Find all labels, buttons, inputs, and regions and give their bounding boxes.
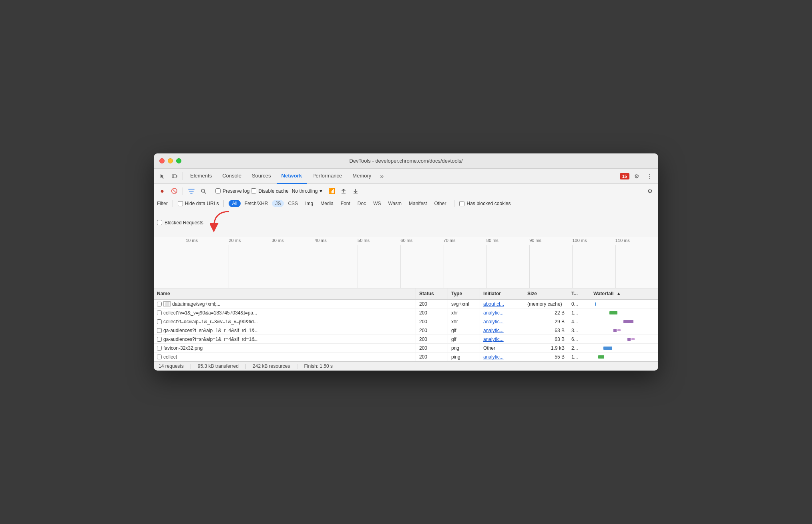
row-5-time: 2... [568,344,590,352]
row-3-checkbox[interactable] [157,328,162,333]
svg-rect-0 [172,175,176,178]
close-button[interactable] [159,158,165,163]
maximize-button[interactable] [176,158,181,163]
tab-sources[interactable]: Sources [247,169,276,184]
table-row[interactable]: ⬜ data:image/svg+xml;... 200 svg+xml abo… [154,300,658,308]
timeline-label-60ms: 60 ms [400,238,443,243]
row-0-initiator: about:cl... [480,300,524,308]
filter-ws[interactable]: WS [370,200,384,207]
filter-other[interactable]: Other [431,200,449,207]
filter-manifest[interactable]: Manifest [406,200,430,207]
row-1-type: xhr [448,308,480,317]
hide-data-urls-checkbox[interactable] [178,201,183,206]
filter-icon[interactable] [186,186,197,196]
row-2-checkbox[interactable] [157,319,162,324]
clear-btn[interactable]: 🚫 [169,186,179,196]
table-row[interactable]: collect?t=dc&aip=1&_r=3&v=1&_v=j90&tid..… [154,317,658,326]
device-toggle-icon[interactable] [169,171,180,182]
row-2-type: xhr [448,317,480,326]
tab-elements[interactable]: Elements [185,169,217,184]
timeline-label-30ms: 30 ms [272,238,315,243]
download-icon[interactable] [350,186,361,196]
minimize-button[interactable] [168,158,173,163]
table-row[interactable]: ga-audiences?t=sr&aip=1&_r=4&slf_rd=1&..… [154,335,658,344]
more-options-icon[interactable]: ⋮ [644,171,655,182]
row-1-checkbox[interactable] [157,310,162,315]
timeline-gridlines [186,245,658,288]
tab-network[interactable]: Network [277,169,307,184]
row-5-status: 200 [416,344,448,352]
filter-img[interactable]: Img [302,200,316,207]
blocked-cookies-checkbox[interactable] [459,201,464,206]
row-0-time: 0... [568,300,590,308]
filter-js[interactable]: JS [272,200,284,207]
blocked-cookies-label[interactable]: Has blocked cookies [459,201,511,206]
table-row[interactable]: favicon-32x32.png 200 png Other 1.9 kB 2… [154,344,658,353]
row-4-checkbox[interactable] [157,337,162,342]
toolbar-sep-1 [183,187,183,195]
finish-time: Finish: 1.50 s [304,363,333,369]
settings-icon[interactable]: ⚙ [631,171,642,182]
filter-doc[interactable]: Doc [354,200,369,207]
filter-all[interactable]: All [229,200,240,207]
search-icon[interactable] [198,186,209,196]
header-initiator[interactable]: Initiator [480,288,524,299]
row-3-waterfall [590,326,650,335]
preserve-log-label[interactable]: Preserve log [215,188,249,194]
filter-font[interactable]: Font [338,200,354,207]
filter-wasm[interactable]: Wasm [385,200,405,207]
statusbar: 14 requests | 95.3 kB transferred | 242 … [154,361,658,371]
wifi-icon[interactable]: 📶 [326,186,337,196]
row-3-initiator: analytic... [480,326,524,335]
throttle-dropdown[interactable]: No throttling ▼ [290,187,325,195]
row-1-size: 22 B [524,308,568,317]
request-count: 14 requests [159,363,184,369]
filter-fetch-xhr[interactable]: Fetch/XHR [241,200,271,207]
filter-css[interactable]: CSS [285,200,301,207]
tab-performance[interactable]: Performance [308,169,347,184]
header-size[interactable]: Size [524,288,568,299]
row-5-checkbox[interactable] [157,346,162,351]
header-name[interactable]: Name [154,288,416,299]
record-stop-btn[interactable]: ● [157,186,167,196]
upload-icon[interactable] [338,186,349,196]
settings-network-icon[interactable]: ⚙ [645,186,655,196]
nav-divider [183,172,183,180]
disable-cache-label[interactable]: Disable cache [251,188,288,194]
table-row[interactable]: collect 200 ping analytic... 55 B 1... [154,353,658,361]
row-0-size: (memory cache) [524,300,568,308]
row-1-initiator: analytic... [480,308,524,317]
filter-media[interactable]: Media [317,200,337,207]
row-6-type: ping [448,353,480,361]
header-waterfall[interactable]: Waterfall ▲ [590,288,650,299]
table-row[interactable]: collect?v=1&_v=j90&a=1837457034&t=pa... … [154,308,658,317]
header-status[interactable]: Status [416,288,448,299]
row-5-initiator: Other [480,344,524,352]
preserve-log-checkbox[interactable] [215,188,221,193]
row-3-size: 63 B [524,326,568,335]
tab-console[interactable]: Console [217,169,246,184]
row-1-waterfall [590,308,650,317]
row-6-checkbox[interactable] [157,355,162,359]
disable-cache-checkbox[interactable] [251,188,256,193]
row-6-initiator: analytic... [480,353,524,361]
cursor-icon[interactable] [157,171,168,182]
row-4-status: 200 [416,335,448,343]
table-row[interactable]: ga-audiences?t=sr&aip=1&_r=4&slf_rd=1&..… [154,326,658,335]
row-4-waterfall [590,335,650,343]
more-tabs[interactable]: » [377,173,387,180]
timeline-label-70ms: 70 ms [444,238,486,243]
row-2-name: collect?t=dc&aip=1&_r=3&v=1&_v=j90&tid..… [154,317,416,326]
row-4-time: 6... [568,335,590,343]
red-arrow-annotation [210,211,232,233]
blocked-requests-checkbox[interactable] [157,220,162,225]
row-1-name: collect?v=1&_v=j90&a=1837457034&t=pa... [154,308,416,317]
row-3-time: 3... [568,326,590,335]
hide-data-urls-label[interactable]: Hide data URLs [178,201,219,206]
tab-memory[interactable]: Memory [348,169,376,184]
svg-rect-1 [176,175,177,177]
filter-sep-3 [454,200,454,207]
header-time[interactable]: T... [568,288,590,299]
row-0-checkbox[interactable] [157,302,162,306]
header-type[interactable]: Type [448,288,480,299]
